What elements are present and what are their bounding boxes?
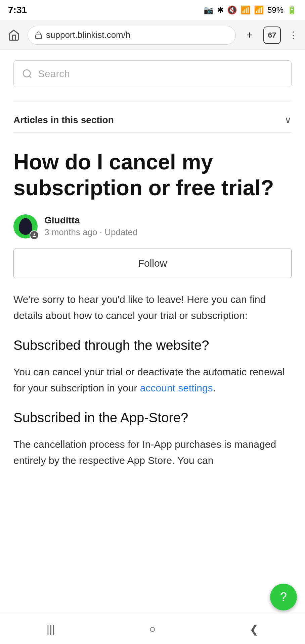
home-icon (8, 29, 20, 41)
svg-rect-0 (36, 35, 42, 39)
camera-icon: 📷 (204, 5, 214, 15)
url-text: support.blinkist.com/h (46, 30, 130, 40)
section-appstore-heading: Subscribed in the App-Store? (13, 407, 292, 428)
follow-button[interactable]: Follow (13, 249, 292, 278)
lock-icon (35, 31, 43, 39)
new-tab-button[interactable]: + (241, 27, 258, 44)
search-placeholder: Search (38, 68, 70, 79)
battery-icon: 🔋 (287, 5, 297, 15)
section-appstore-text: The cancellation process for In-App purc… (13, 436, 292, 469)
articles-section-title: Articles in this section (13, 115, 114, 125)
svg-point-1 (23, 70, 30, 77)
svg-point-3 (34, 233, 35, 235)
search-container: Search (13, 50, 292, 94)
status-time: 7:31 (8, 5, 27, 15)
bluetooth-icon: ✱ (217, 5, 224, 15)
browser-home-button[interactable] (5, 27, 22, 44)
avatar (13, 214, 38, 238)
battery-level: 59% (267, 5, 284, 15)
article-title: How do I cancel my subscription or free … (13, 149, 292, 201)
back-button[interactable]: ❮ (244, 619, 264, 639)
recents-button[interactable]: ||| (41, 619, 61, 639)
browser-url-bar[interactable]: support.blinkist.com/h (28, 26, 236, 45)
status-icons: 📷 ✱ 🔇 📶 📶 59% 🔋 (204, 5, 297, 15)
avatar-badge (30, 230, 39, 240)
article-heading: How do I cancel my subscription or free … (13, 149, 292, 201)
mute-icon: 🔇 (227, 5, 237, 15)
author-row: Giuditta 3 months ago · Updated (13, 214, 292, 238)
wifi-icon: 📶 (241, 5, 251, 15)
author-meta: 3 months ago · Updated (44, 227, 138, 237)
search-icon (22, 68, 33, 79)
articles-section-toggle[interactable]: Articles in this section ∨ (13, 108, 292, 132)
user-icon (32, 233, 37, 237)
browser-bar: support.blinkist.com/h + 67 ⋮ (0, 20, 305, 50)
search-bar[interactable]: Search (13, 60, 292, 87)
article-body: We're sorry to hear you'd like to leave!… (13, 291, 292, 469)
section-website-heading: Subscribed through the website? (13, 334, 292, 356)
divider-top (13, 101, 292, 101)
status-bar: 7:31 📷 ✱ 🔇 📶 📶 59% 🔋 (0, 0, 305, 20)
browser-menu-button[interactable]: ⋮ (286, 27, 300, 44)
page-content: Search Articles in this section ∨ How do… (0, 50, 305, 469)
help-button[interactable]: ? (270, 584, 297, 610)
author-info: Giuditta 3 months ago · Updated (44, 215, 138, 237)
bottom-nav: ||| ○ ❮ (0, 614, 305, 644)
chevron-down-icon: ∨ (285, 114, 292, 125)
tab-count-button[interactable]: 67 (263, 26, 281, 44)
signal-icon: 📶 (254, 5, 264, 15)
home-button[interactable]: ○ (142, 619, 163, 639)
svg-line-2 (29, 76, 31, 78)
article-intro: We're sorry to hear you'd like to leave!… (13, 291, 292, 324)
account-settings-link[interactable]: account settings (140, 382, 213, 393)
author-name: Giuditta (44, 215, 138, 226)
section-website-text: You can cancel your trial or deactivate … (13, 364, 292, 396)
